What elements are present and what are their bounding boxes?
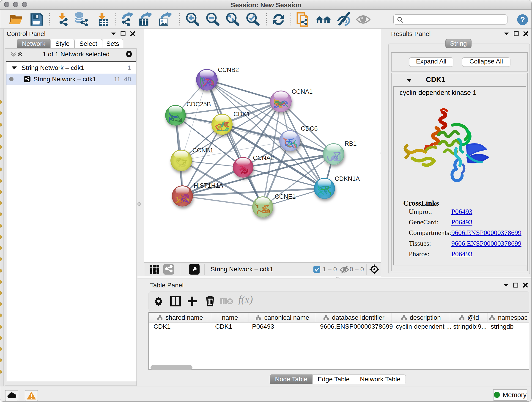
svg-text:?: ? xyxy=(520,15,525,24)
